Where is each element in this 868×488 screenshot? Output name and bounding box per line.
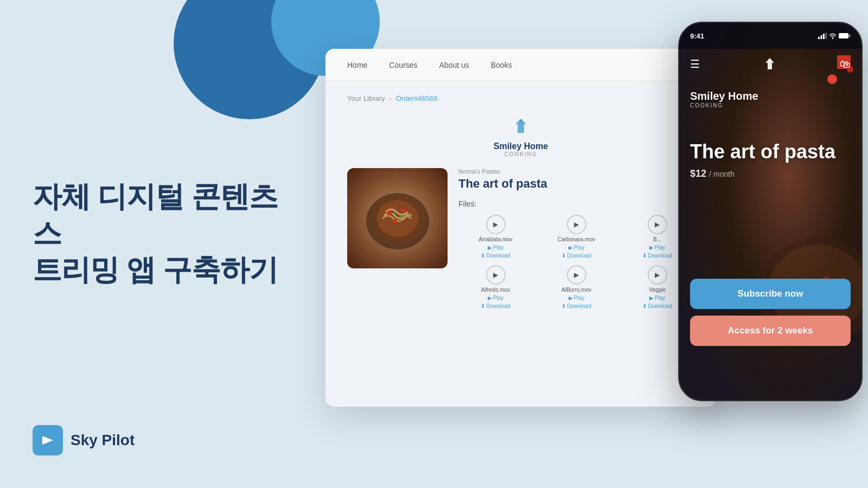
- file-play-6[interactable]: ▶ Play: [649, 295, 665, 301]
- file-download-1[interactable]: ⬇ Download: [481, 253, 510, 259]
- nav-courses[interactable]: Courses: [389, 61, 417, 69]
- file-download-4[interactable]: ⬇ Download: [481, 303, 510, 309]
- file-item: ▶ Arrabiata.mov ▶ Play ⬇ Download: [458, 215, 533, 259]
- svg-rect-13: [818, 37, 820, 39]
- mobile-menu-icon[interactable]: ☰: [690, 57, 700, 70]
- mobile-content: Smiley Home COOKING The art of pasta $12…: [679, 79, 861, 190]
- file-play-5[interactable]: ▶ Play: [569, 295, 584, 301]
- file-play-circle-1: ▶: [486, 215, 506, 234]
- file-item: ▶ Alfredo.mov ▶ Play ⬇ Download: [458, 265, 533, 309]
- svg-point-1: [519, 119, 522, 123]
- product-info: Nonna's Pastas The art of pasta Files: ▶…: [458, 168, 694, 309]
- svg-rect-15: [823, 34, 825, 39]
- browser-body: Your Library › Order#46569 Smiley Home C…: [326, 81, 716, 325]
- mobile-store-name: Smiley Home: [690, 90, 851, 102]
- mobile-top-bar: ☰ 🛍: [679, 49, 861, 79]
- signal-icon: [818, 33, 827, 39]
- product-image: [347, 168, 448, 268]
- browser-mockup: Home Courses About us Books Your Library…: [326, 49, 716, 407]
- mobile-time: 9:41: [690, 32, 704, 40]
- heading-line2: 트리밍 앱 구축하기: [33, 253, 278, 286]
- mobile-cooking-label: COOKING: [690, 102, 851, 108]
- file-play-circle-6: ▶: [648, 265, 667, 285]
- browser-nav: Home Courses About us Books: [326, 49, 716, 81]
- svg-rect-16: [826, 33, 827, 39]
- file-item: ▶ AlBurro.mov ▶ Play ⬇ Download: [539, 265, 614, 309]
- file-download-5[interactable]: ⬇ Download: [561, 303, 591, 309]
- mobile-product-title: The art of pasta: [690, 141, 851, 163]
- left-panel: 자체 디지털 콘텐츠 스 트리밍 앱 구축하기 Sky Pilot: [0, 0, 315, 488]
- file-download-3[interactable]: ⬇ Download: [642, 253, 672, 259]
- heading-line1: 자체 디지털 콘텐츠 스: [33, 180, 278, 249]
- mobile-body: 9:41: [679, 23, 861, 400]
- file-name-1: Arrabiata.mov: [478, 236, 512, 242]
- mobile-price-period: / month: [709, 170, 735, 178]
- browser-store-icon: [510, 115, 532, 137]
- mobile-status-bar: 9:41: [679, 23, 861, 49]
- logo-area: Sky Pilot: [33, 425, 135, 455]
- mobile-price-value: $12: [690, 168, 706, 179]
- breadcrumb-chevron: ›: [390, 95, 392, 102]
- browser-store-subtitle: COOKING: [504, 151, 537, 157]
- file-play-circle-2: ▶: [567, 215, 586, 234]
- svg-rect-14: [821, 35, 822, 39]
- mobile-cart-icon[interactable]: 🛍: [840, 58, 851, 70]
- breadcrumb-order[interactable]: Order#46569: [396, 94, 438, 102]
- file-name-5: AlBurro.mov: [561, 287, 591, 293]
- breadcrumb: Your Library › Order#46569: [347, 94, 694, 102]
- svg-point-7: [393, 219, 397, 223]
- svg-point-5: [387, 210, 392, 216]
- product-category: Nonna's Pastas: [458, 168, 694, 175]
- file-name-6: Veggie: [649, 287, 666, 293]
- file-download-2[interactable]: ⬇ Download: [561, 253, 591, 259]
- file-play-circle-5: ▶: [567, 265, 586, 285]
- file-play-circle-3: ▶: [648, 215, 667, 234]
- file-name-2: Carbonara.mov: [558, 236, 595, 242]
- logo-svg: [39, 432, 56, 449]
- subscribe-button[interactable]: Subscribe now: [690, 279, 851, 309]
- battery-icon: [839, 33, 851, 39]
- svg-point-6: [401, 208, 405, 213]
- right-content: Home Courses About us Books Your Library…: [315, 0, 868, 488]
- file-play-4[interactable]: ▶ Play: [488, 295, 503, 301]
- access-button[interactable]: Access for 2 weeks: [690, 316, 851, 346]
- mobile-status-icons: [818, 33, 851, 39]
- file-name-4: Alfredo.mov: [481, 287, 510, 293]
- pasta-plate-svg: [360, 181, 436, 256]
- svg-point-19: [769, 59, 771, 62]
- file-play-2[interactable]: ▶ Play: [569, 245, 584, 251]
- file-item: ▶ Carbonara.mov ▶ Play ⬇ Download: [539, 215, 614, 259]
- mobile-mockup: 9:41: [678, 22, 863, 401]
- file-play-circle-4: ▶: [486, 265, 506, 285]
- nav-home[interactable]: Home: [347, 61, 367, 69]
- mobile-action-buttons: Subscribe now Access for 2 weeks: [679, 279, 861, 346]
- breadcrumb-library[interactable]: Your Library: [347, 94, 385, 102]
- heading-text: 자체 디지털 콘텐츠 스 트리밍 앱 구축하기: [33, 178, 282, 288]
- file-play-1[interactable]: ▶ Play: [488, 245, 503, 251]
- svg-rect-17: [839, 33, 848, 38]
- browser-store-header: Smiley Home COOKING: [347, 115, 694, 157]
- logo-name: Sky Pilot: [71, 432, 135, 449]
- file-download-6[interactable]: ⬇ Download: [642, 303, 672, 309]
- files-label: Files:: [458, 200, 694, 208]
- skypilot-logo-icon: [33, 425, 63, 455]
- pasta-background: [347, 168, 448, 268]
- svg-rect-18: [849, 35, 851, 37]
- files-grid: ▶ Arrabiata.mov ▶ Play ⬇ Download ▶ Carb…: [458, 215, 694, 309]
- product-section: Nonna's Pastas The art of pasta Files: ▶…: [347, 168, 694, 309]
- product-title: The art of pasta: [458, 177, 694, 191]
- mobile-price: $12 / month: [690, 168, 851, 179]
- file-play-3[interactable]: ▶ Play: [649, 245, 665, 251]
- wifi-icon: [829, 33, 837, 39]
- nav-about[interactable]: About us: [439, 61, 469, 69]
- svg-marker-0: [42, 436, 53, 445]
- nav-books[interactable]: Books: [491, 61, 512, 69]
- file-name-3: B...: [653, 236, 661, 242]
- browser-store-name: Smiley Home: [494, 142, 548, 151]
- mobile-store-center: [762, 56, 777, 72]
- main-heading: 자체 디지털 콘텐츠 스 트리밍 앱 구축하기: [33, 178, 282, 288]
- mobile-store-icon: [762, 56, 777, 72]
